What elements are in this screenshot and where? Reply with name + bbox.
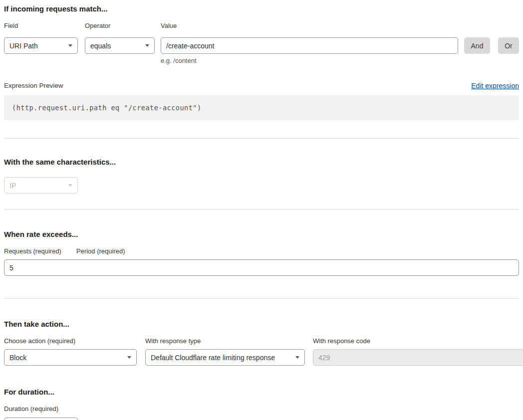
action-section-heading: Then take action... <box>4 319 519 329</box>
value-helper-text: e.g. /content <box>161 57 458 65</box>
operator-label: Operator <box>85 22 155 30</box>
rate-controls-row: 10 seconds <box>4 259 519 276</box>
action-controls-row: Block Default Cloudflare rate limiting r… <box>4 349 519 366</box>
duration-select[interactable]: 10 seconds <box>4 418 78 420</box>
characteristic-select: IP <box>4 177 78 194</box>
expression-preview-header: Expression Preview Edit expression <box>4 82 519 90</box>
match-controls-row: URI Path equals e.g. /content And Or <box>4 37 519 65</box>
chevron-down-icon <box>145 44 149 47</box>
match-labels-row: Field Operator Value <box>4 22 519 30</box>
characteristics-section: With the same characteristics... IP <box>4 157 519 194</box>
section-divider <box>4 298 519 299</box>
value-column: e.g. /content <box>161 37 458 65</box>
characteristics-section-heading: With the same characteristics... <box>4 157 519 167</box>
field-select-value: URI Path <box>9 42 38 50</box>
characteristics-controls-row: IP <box>4 177 519 194</box>
or-button[interactable]: Or <box>498 37 519 54</box>
response-code-input <box>313 349 523 366</box>
rate-section: When rate exceeds... Requests (required)… <box>4 229 519 276</box>
expression-preview-code: (http.request.uri.path eq "/create-accou… <box>4 95 519 120</box>
response-type-label: With response type <box>145 337 305 345</box>
chevron-down-icon <box>295 356 299 359</box>
section-divider <box>4 209 519 210</box>
rate-section-heading: When rate exceeds... <box>4 229 519 239</box>
choose-action-select-value: Block <box>9 354 26 362</box>
period-label: Period (required) <box>76 247 125 255</box>
edit-expression-link[interactable]: Edit expression <box>471 82 519 90</box>
rate-labels-row: Requests (required) Period (required) <box>4 247 519 255</box>
and-button[interactable]: And <box>464 37 490 54</box>
requests-label: Requests (required) <box>4 247 70 255</box>
duration-section: For duration... Duration (required) 10 s… <box>4 387 519 420</box>
chevron-down-icon <box>127 356 131 359</box>
response-type-select[interactable]: Default Cloudflare rate limiting respons… <box>145 349 305 366</box>
section-divider <box>4 138 519 139</box>
match-section: If incoming requests match... Field Oper… <box>4 4 519 120</box>
chevron-down-icon <box>68 184 72 187</box>
match-section-heading: If incoming requests match... <box>4 4 519 14</box>
requests-input[interactable] <box>4 259 519 276</box>
choose-action-select[interactable]: Block <box>4 349 137 366</box>
value-input[interactable] <box>161 37 458 54</box>
duration-label: Duration (required) <box>4 405 519 413</box>
operator-select[interactable]: equals <box>85 37 155 54</box>
action-labels-row: Choose action (required) With response t… <box>4 337 519 345</box>
chevron-down-icon <box>68 44 72 47</box>
field-label: Field <box>4 22 78 30</box>
characteristic-select-value: IP <box>9 182 16 190</box>
duration-controls-row: 10 seconds <box>4 418 519 420</box>
field-select[interactable]: URI Path <box>4 37 78 54</box>
expression-preview-label: Expression Preview <box>4 82 63 90</box>
response-code-label: With response code <box>313 337 393 345</box>
response-type-select-value: Default Cloudflare rate limiting respons… <box>151 354 275 362</box>
operator-select-value: equals <box>90 42 111 50</box>
choose-action-label: Choose action (required) <box>4 337 137 345</box>
value-label: Value <box>161 22 519 30</box>
duration-section-heading: For duration... <box>4 387 519 397</box>
action-section: Then take action... Choose action (requi… <box>4 319 519 366</box>
expression-code-text: (http.request.uri.path eq "/create-accou… <box>12 104 202 112</box>
